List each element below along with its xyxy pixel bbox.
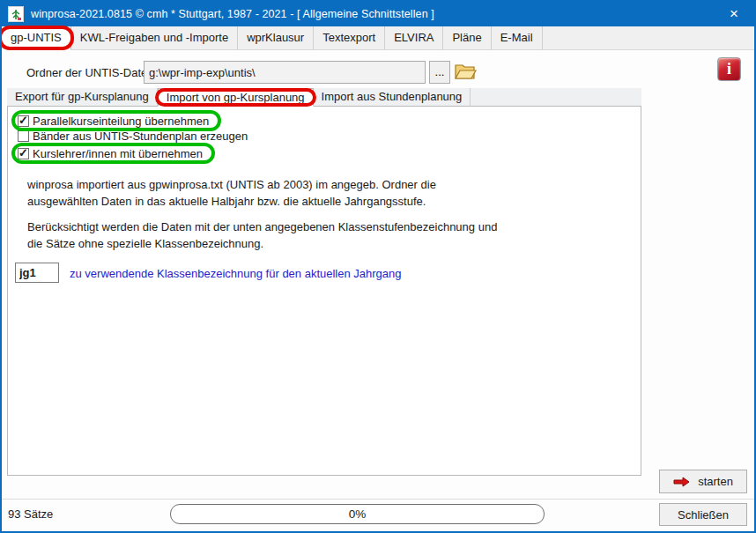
import-description-paragraph2: Berücksichtigt werden die Daten mit der … <box>27 218 499 252</box>
folder-open-icon <box>454 62 477 81</box>
window-title: winprosa-2021.0815 © cmh * Stuttgart, 19… <box>31 8 434 20</box>
status-divider <box>2 499 754 500</box>
tab-gp-untis[interactable]: gp-UNTIS <box>2 26 71 50</box>
subtab-import-stundenplanung[interactable]: Import aus Stundenplanung <box>314 88 471 107</box>
main-tab-strip: gp-UNTIS KWL-Freigaben und -Importe wprK… <box>2 26 754 50</box>
subtab-import-gp-kursplanung[interactable]: Import von gp-Kursplanung <box>158 88 314 107</box>
open-folder-button[interactable] <box>453 61 478 84</box>
checkbox-parallelkurse[interactable] <box>18 115 29 127</box>
app-window: winprosa-2021.0815 © cmh * Stuttgart, 19… <box>0 0 756 533</box>
option-label: Bänder aus UNTIS-Stundenplan erzeugen <box>33 130 248 143</box>
checkbox-kurslehrer[interactable] <box>18 148 29 159</box>
start-button-label: starten <box>698 475 733 488</box>
progress-value: 0% <box>349 507 367 521</box>
option-kurslehrer[interactable]: Kurslehrer/innen mit übernehmen <box>11 144 215 162</box>
tab-textexport[interactable]: Textexport <box>314 26 385 50</box>
import-description-paragraph1: winprosa importiert aus gpwinprosa.txt (… <box>27 176 499 210</box>
red-arrow-icon <box>673 477 690 487</box>
info-button[interactable]: i <box>717 57 741 81</box>
option-baender[interactable]: Bänder aus UNTIS-Stundenplan erzeugen <box>11 127 260 144</box>
app-logo-icon <box>8 6 24 22</box>
untis-folder-label: Ordner der UNTIS-Daten <box>26 66 154 79</box>
option-label: Kurslehrer/innen mit übernehmen <box>33 147 203 160</box>
tree-icon <box>10 8 22 20</box>
title-bar: winprosa-2021.0815 © cmh * Stuttgart, 19… <box>2 2 754 26</box>
close-dialog-button[interactable]: Schließen <box>659 503 747 526</box>
records-count: 93 Sätze <box>8 507 53 521</box>
tab-wprklausur[interactable]: wprKlausur <box>238 26 314 50</box>
class-designation-label: zu verwendende Klassenbezeichnung für de… <box>70 267 402 280</box>
window-close-button[interactable]: × <box>714 2 754 26</box>
tab-elvira[interactable]: ELVIRA <box>385 26 443 50</box>
tab-email[interactable]: E-Mail <box>492 26 543 50</box>
import-options-panel: Parallelkurseinteilung übernehmen Bänder… <box>7 107 641 476</box>
start-button[interactable]: starten <box>659 470 747 493</box>
checkbox-baender[interactable] <box>18 130 29 142</box>
option-label: Parallelkurseinteilung übernehmen <box>33 115 209 128</box>
tab-kwl-freigaben[interactable]: KWL-Freigaben und -Importe <box>71 26 238 50</box>
tab-plaene[interactable]: Pläne <box>443 26 491 50</box>
subtab-export-gp-kursplanung[interactable]: Export für gp-Kursplanung <box>7 88 158 107</box>
class-designation-input[interactable] <box>15 263 59 283</box>
sub-tab-strip: Export für gp-Kursplanung Import von gp-… <box>7 88 641 107</box>
progress-bar: 0% <box>170 504 545 524</box>
sub-tab-strip-spacer <box>471 88 641 107</box>
untis-folder-path-input[interactable] <box>144 61 426 84</box>
browse-button[interactable]: ... <box>429 61 450 84</box>
tab-strip-spacer <box>543 26 754 50</box>
